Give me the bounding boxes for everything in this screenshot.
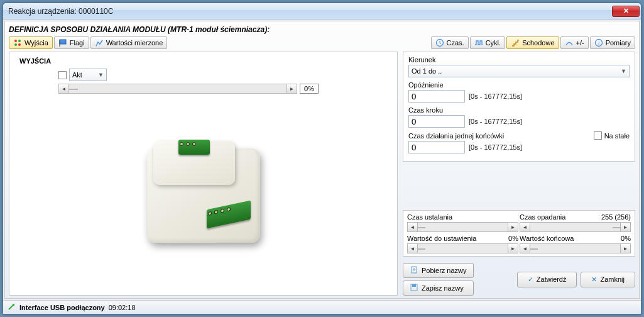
get-names-label: Pobierz nazwy bbox=[422, 267, 467, 274]
save-names-label: Zapisz nazwy bbox=[422, 284, 464, 292]
end-time-hint: [0s - 167772,15s] bbox=[469, 143, 522, 151]
permanent-label: Na stałe bbox=[604, 132, 630, 140]
akt-select[interactable]: Akt ▼ bbox=[69, 69, 107, 81]
tab-outputs[interactable]: Wyjścia bbox=[9, 36, 53, 49]
tab-czas[interactable]: Czas. bbox=[431, 36, 469, 49]
direction-select[interactable]: Od 1 do .. ▼ bbox=[408, 65, 630, 77]
confirm-button[interactable]: ✓ Zatwierdź bbox=[517, 272, 577, 287]
svg-point-0 bbox=[14, 40, 17, 42]
setup-time-slider[interactable]: ◄ ► bbox=[407, 222, 518, 232]
outputs-panel: WYJŚCIA Akt ▼ ◄ ► bbox=[9, 52, 398, 296]
save-icon bbox=[410, 283, 418, 293]
slider-right-button[interactable]: ► bbox=[508, 244, 518, 253]
save-names-button[interactable]: Zapisz nazwy bbox=[403, 281, 474, 296]
set-value-slider[interactable]: ◄ ► bbox=[407, 243, 518, 253]
dimmer-module-illustration bbox=[141, 136, 266, 255]
direction-value: Od 1 do .. bbox=[412, 67, 442, 75]
end-time-label: Czas działania jednej końcówki bbox=[408, 132, 504, 140]
brightness-percent: 0% bbox=[300, 84, 319, 94]
tab-cykl[interactable]: Cykl. bbox=[470, 36, 505, 49]
setup-time-label: Czas ustalania bbox=[407, 213, 452, 221]
akt-select-value: Akt bbox=[72, 71, 82, 79]
slider-thumb[interactable] bbox=[418, 248, 425, 250]
content-area: DEFINICJA SPOSOBU DZIAŁANIA MODUŁU (MTR-… bbox=[4, 21, 640, 299]
svg-text:i: i bbox=[598, 40, 599, 46]
tab-schodowe[interactable]: Schodowe bbox=[506, 36, 559, 49]
close-window-button[interactable]: ✕ bbox=[612, 6, 640, 17]
status-bar: Interface USB podłączony 09:02:18 bbox=[3, 300, 641, 314]
akt-checkbox[interactable] bbox=[58, 71, 67, 79]
outputs-icon bbox=[13, 38, 22, 47]
left-tabs: Wyjścia Flagi Wartości mierzone bbox=[9, 36, 167, 49]
set-value-value: 0% bbox=[508, 235, 518, 242]
close-button[interactable]: ✕ Zamknij bbox=[581, 272, 635, 287]
permanent-checkbox[interactable] bbox=[594, 131, 602, 140]
brightness-slider-row: ◄ ► 0% bbox=[14, 84, 392, 94]
flags-icon bbox=[58, 38, 67, 47]
fall-col: Czas opadania 255 (256) ◄ ► Wartość końc… bbox=[520, 213, 631, 253]
slider-right-button[interactable]: ► bbox=[620, 223, 630, 231]
slider-right-button[interactable]: ► bbox=[508, 223, 518, 231]
direction-label: Kierunek bbox=[408, 56, 630, 64]
slider-left-button[interactable]: ◄ bbox=[408, 223, 418, 231]
curve-icon bbox=[565, 38, 574, 47]
chevron-down-icon: ▼ bbox=[98, 72, 104, 78]
chevron-down-icon: ▼ bbox=[621, 68, 626, 74]
slider-thumb[interactable] bbox=[418, 227, 425, 228]
step-time-input[interactable] bbox=[408, 115, 465, 128]
end-value-value: 0% bbox=[621, 235, 631, 242]
output-akt-row: Akt ▼ bbox=[14, 69, 392, 81]
measured-icon bbox=[95, 38, 104, 47]
setup-col: Czas ustalania ◄ ► Wartość do ustawienia… bbox=[407, 213, 518, 253]
step-time-row: [0s - 167772,15s] bbox=[408, 115, 630, 128]
usb-icon bbox=[7, 303, 16, 313]
tab-plusminus[interactable]: +/- bbox=[560, 36, 589, 49]
clock-icon bbox=[435, 38, 444, 47]
slider-thumb[interactable] bbox=[530, 248, 538, 250]
fall-time-label: Czas opadania bbox=[520, 213, 565, 221]
slider-left-button[interactable]: ◄ bbox=[520, 244, 530, 253]
tab-pomiary[interactable]: i Pomiary bbox=[590, 36, 635, 49]
svg-point-2 bbox=[14, 43, 17, 46]
get-names-button[interactable]: Pobierz nazwy bbox=[403, 263, 474, 278]
slider-left-button[interactable]: ◄ bbox=[59, 84, 69, 93]
slider-right-button[interactable]: ► bbox=[620, 244, 630, 253]
window-title: Reakcja urządzenia: 0000110C bbox=[8, 7, 612, 16]
tab-measured[interactable]: Wartości mierzone bbox=[90, 36, 168, 49]
delay-row: [0s - 167772,15s] bbox=[408, 90, 630, 103]
svg-point-1 bbox=[18, 40, 21, 42]
tab-measured-label: Wartości mierzone bbox=[106, 39, 163, 47]
tab-outputs-label: Wyjścia bbox=[25, 39, 48, 47]
tab-schodowe-label: Schodowe bbox=[522, 39, 554, 47]
close-label: Zamknij bbox=[600, 275, 625, 283]
end-time-label-row: Czas działania jednej końcówki Na stałe bbox=[408, 131, 630, 140]
slider-left-button[interactable]: ◄ bbox=[408, 244, 418, 253]
slider-left-button[interactable]: ◄ bbox=[520, 223, 530, 231]
tab-plusminus-label: +/- bbox=[576, 39, 584, 47]
set-value-label: Wartość do ustawienia bbox=[407, 235, 476, 242]
slider-right-button[interactable]: ► bbox=[287, 84, 297, 93]
stairs-icon bbox=[511, 38, 520, 47]
fall-time-slider[interactable]: ◄ ► bbox=[520, 222, 631, 232]
slider-thumb[interactable] bbox=[69, 89, 78, 90]
time-values-group: Czas ustalania ◄ ► Wartość do ustawienia… bbox=[403, 210, 635, 257]
end-time-input[interactable] bbox=[408, 141, 465, 153]
brightness-slider[interactable]: ◄ ► bbox=[58, 84, 297, 94]
tab-pomiary-label: Pomiary bbox=[606, 39, 631, 47]
pulse-icon bbox=[474, 38, 483, 47]
info-icon: i bbox=[594, 38, 603, 47]
confirm-label: Zatwierdź bbox=[537, 275, 567, 283]
page-heading: DEFINICJA SPOSOBU DZIAŁANIA MODUŁU (MTR-… bbox=[9, 24, 635, 36]
tab-flags[interactable]: Flagi bbox=[54, 36, 89, 49]
slider-thumb[interactable] bbox=[613, 227, 620, 228]
right-tabs: Czas. Cykl. Schodowe bbox=[431, 36, 635, 49]
end-value-slider[interactable]: ◄ ► bbox=[520, 243, 631, 253]
titlebar: Reakcja urządzenia: 0000110C ✕ bbox=[3, 3, 641, 19]
app-window: Reakcja urządzenia: 0000110C ✕ DEFINICJA… bbox=[3, 3, 641, 314]
device-image bbox=[14, 94, 392, 291]
delay-input[interactable] bbox=[408, 90, 465, 103]
right-panel: Kierunek Od 1 do .. ▼ Opóźnienie [0s - 1… bbox=[403, 52, 635, 296]
svg-point-3 bbox=[18, 43, 21, 46]
close-icon: ✕ bbox=[623, 7, 629, 15]
buttons-row: Pobierz nazwy Zapisz nazwy ✓ Zatwierdź bbox=[403, 263, 635, 296]
